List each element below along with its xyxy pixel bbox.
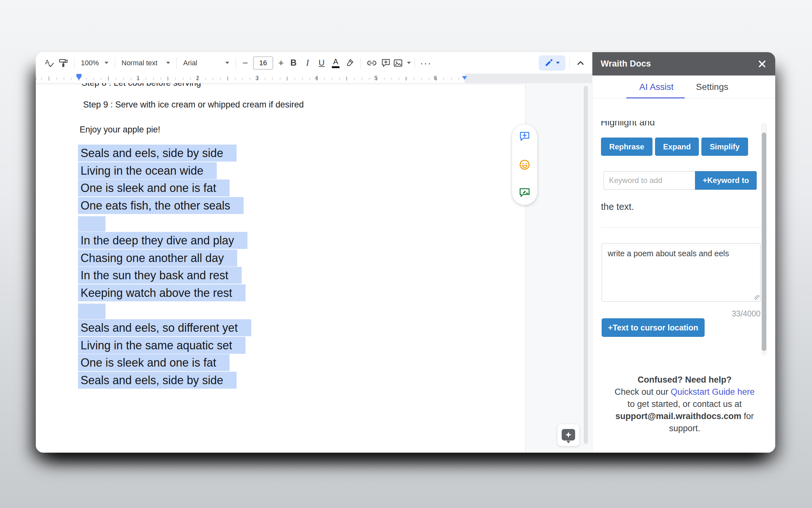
poem-line[interactable] — [81, 304, 251, 321]
font-size-field[interactable]: 16 — [253, 57, 273, 70]
toolbar-divider — [115, 57, 115, 69]
emoji-reaction-icon[interactable] — [519, 159, 531, 171]
chevron-down-icon — [225, 62, 229, 64]
zoom-value: 100% — [81, 59, 101, 67]
poem-line[interactable]: Keeping watch above the rest — [81, 286, 251, 304]
highlighted-text[interactable]: One is sleek and one is fat — [78, 179, 230, 197]
quickstart-guide-link[interactable]: Quickstart Guide here — [671, 387, 755, 397]
highlighted-text[interactable]: Seals and eels, so different yet — [78, 319, 251, 336]
highlighted-text[interactable]: Seals and eels, side by side — [78, 144, 237, 162]
highlighted-text[interactable]: Living in the ocean wide — [78, 162, 217, 179]
paragraph-enjoy[interactable]: Enjoy your apple pie! — [80, 125, 160, 135]
paragraph-clipped-top[interactable]: Step 8 : Let cool before serving — [82, 83, 201, 88]
editing-mode-button[interactable] — [539, 55, 566, 71]
zoom-select[interactable]: 100% — [78, 56, 111, 70]
toolbar-left-group: A 100% Normal text Arial — [42, 56, 433, 70]
panel-scrollbar-thumb[interactable] — [762, 132, 766, 351]
more-options-button[interactable]: ··· — [419, 56, 433, 70]
chevron-down-icon — [556, 62, 560, 64]
spellcheck-icon[interactable]: A — [42, 56, 56, 70]
help-line-2: Check out our Quickstart Guide here — [598, 386, 772, 398]
add-comment-icon[interactable] — [379, 56, 393, 70]
explore-button[interactable] — [557, 424, 580, 446]
poem-line[interactable]: Seals and eels, side by side — [81, 374, 251, 391]
highlighted-text[interactable] — [78, 304, 105, 319]
poem-line[interactable]: Seals and eels, side by side — [81, 146, 251, 164]
document-column: A 100% Normal text Arial — [36, 52, 592, 453]
chevron-down-icon — [407, 62, 411, 64]
panel-content: Highlight and Rephrase Expand Simplify +… — [592, 98, 775, 453]
highlight-color-icon[interactable] — [343, 56, 357, 70]
text-to-cursor-button[interactable]: +Text to cursor location — [602, 318, 705, 337]
highlighted-text[interactable]: In the deep they dive and play — [78, 232, 247, 249]
highlighted-text[interactable]: One eats fish, the other seals — [78, 197, 244, 214]
highlighted-text[interactable]: Seals and eels, side by side — [78, 372, 237, 389]
highlighted-text[interactable]: Chasing one another all day — [78, 250, 237, 266]
svg-text:A: A — [45, 58, 50, 66]
toolbar-divider — [569, 57, 570, 69]
keyword-input[interactable] — [604, 171, 695, 190]
bold-button[interactable]: B — [286, 56, 300, 70]
text-color-button[interactable]: A — [329, 56, 343, 70]
ruler-right-margin-area — [465, 74, 592, 83]
tab-settings[interactable]: Settings — [696, 82, 728, 92]
document-scrollbar[interactable] — [584, 86, 588, 444]
left-indent-marker[interactable] — [77, 74, 82, 80]
simplify-button[interactable]: Simplify — [701, 137, 748, 156]
paint-format-icon[interactable] — [56, 56, 70, 70]
paragraph-style-value: Normal text — [122, 59, 162, 67]
highlighted-text[interactable]: Living in the same aquatic set — [78, 337, 245, 354]
poem-line[interactable] — [81, 216, 251, 234]
insert-link-icon[interactable] — [365, 56, 379, 70]
font-size-decrease-button[interactable]: − — [240, 57, 251, 69]
toolbar-divider — [74, 57, 75, 69]
poem-line[interactable]: Chasing one another all day — [81, 251, 251, 269]
poem-line[interactable]: One is sleek and one is fat — [81, 356, 251, 374]
add-keyword-button[interactable]: +Keyword to — [695, 171, 757, 190]
right-indent-marker[interactable] — [462, 76, 467, 80]
highlighted-text[interactable]: Keeping watch above the rest — [78, 284, 245, 301]
insert-image-icon[interactable] — [393, 56, 411, 70]
toolbar-divider — [177, 57, 177, 69]
chevron-down-icon — [166, 62, 170, 64]
close-icon[interactable] — [757, 59, 767, 69]
font-size-increase-button[interactable]: + — [276, 57, 286, 69]
ruler-number: 6 — [434, 75, 437, 82]
poem-line[interactable]: One eats fish, the other seals — [81, 199, 251, 217]
highlighted-text[interactable]: One is sleek and one is fat — [78, 354, 230, 371]
poem-line[interactable]: Seals and eels, so different yet — [81, 321, 251, 339]
suggest-edits-icon[interactable] — [519, 187, 531, 199]
underline-button[interactable]: U — [315, 56, 329, 70]
help-text-block: Confused? Need help? Check out our Quick… — [598, 374, 772, 434]
document-canvas[interactable]: Step 8 : Let cool before serving Step 9 … — [36, 83, 592, 453]
highlighted-text[interactable]: In the sun they bask and rest — [78, 267, 242, 284]
tab-ai-assist[interactable]: AI Assist — [639, 82, 674, 92]
poem-selected-text[interactable]: Seals and eels, side by side Living in t… — [81, 146, 251, 391]
collapse-toolbar-button[interactable] — [574, 56, 587, 70]
font-select[interactable]: Arial — [181, 56, 232, 70]
poem-line[interactable]: Living in the ocean wide — [81, 164, 251, 182]
paragraph-style-select[interactable]: Normal text — [119, 56, 173, 70]
ai-prompt-textarea[interactable]: write a poem about seals and eels — [602, 243, 761, 302]
character-counter: 33/4000 — [602, 309, 761, 318]
wraith-docs-panel: Wraith Docs AI Assist Settings Highlight… — [592, 52, 775, 453]
add-comment-icon[interactable] — [519, 130, 531, 142]
ruler-number: 4 — [315, 75, 319, 82]
poem-line[interactable]: In the sun they bask and rest — [81, 269, 251, 286]
poem-line[interactable]: In the deep they dive and play — [81, 234, 251, 251]
highlighted-text[interactable] — [78, 216, 105, 231]
poem-line[interactable]: Living in the same aquatic set — [81, 339, 251, 356]
poem-line[interactable]: One is sleek and one is fat — [81, 181, 251, 199]
textarea-resize-handle[interactable] — [755, 295, 760, 300]
floating-action-pill — [512, 124, 537, 205]
docs-toolbar: A 100% Normal text Arial — [36, 52, 592, 74]
rephrase-button[interactable]: Rephrase — [601, 137, 653, 156]
ruler-number: 3 — [255, 75, 259, 82]
help-line-4: support@mail.wraithdocs.com for — [598, 410, 772, 422]
paragraph-step9[interactable]: Step 9 : Serve with ice cream or whipped… — [83, 100, 304, 110]
italic-button[interactable]: I — [300, 56, 315, 70]
ruler: 1234567 — [36, 74, 592, 83]
toolbar-divider — [236, 57, 236, 69]
expand-button[interactable]: Expand — [655, 137, 699, 156]
section-divider — [602, 227, 761, 228]
